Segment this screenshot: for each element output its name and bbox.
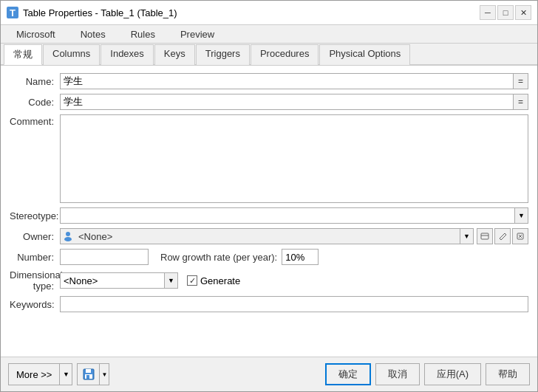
name-input[interactable] xyxy=(60,73,514,89)
owner-side-buttons xyxy=(477,228,528,244)
number-label: Number: xyxy=(10,252,60,263)
dim-label: Dimensional type: xyxy=(10,269,60,292)
code-input[interactable] xyxy=(60,94,514,110)
stereotype-select-wrap: ▼ xyxy=(60,207,528,224)
content-area: Name: = Code: = Comment: Stereotype: xyxy=(1,66,537,357)
window-icon: T xyxy=(7,7,18,18)
more-dropdown-button[interactable]: ▼ xyxy=(59,363,72,385)
top-tab-bar: Microsoft Notes Rules Preview xyxy=(1,25,537,44)
apply-button[interactable]: 应用(A) xyxy=(424,363,481,385)
tab-keys[interactable]: Keys xyxy=(154,44,195,65)
svg-rect-8 xyxy=(86,369,91,373)
tab-microsoft[interactable]: Microsoft xyxy=(4,25,68,43)
save-dropdown-button[interactable]: ▼ xyxy=(99,363,109,385)
dim-arrow-icon[interactable]: ▼ xyxy=(165,272,178,289)
owner-label: Owner: xyxy=(10,231,60,242)
number-input[interactable] xyxy=(60,249,149,265)
owner-person-icon xyxy=(61,229,75,244)
title-bar-left: T Table Properties - Table_1 (Table_1) xyxy=(7,7,177,18)
cancel-button[interactable]: 取消 xyxy=(375,363,420,385)
bottom-tab-bar: 常规 Columns Indexes Keys Triggers Procedu… xyxy=(1,44,537,66)
owner-select-wrap: <None> ▼ xyxy=(60,228,474,244)
owner-dropdown-button[interactable]: ▼ xyxy=(460,229,473,244)
keywords-label: Keywords: xyxy=(10,299,60,310)
tab-preview[interactable]: Preview xyxy=(168,25,227,43)
stereotype-row: Stereotype: ▼ xyxy=(10,207,528,224)
dim-row: Dimensional type: <None> ▼ Generate xyxy=(10,269,528,292)
dim-select[interactable]: <None> xyxy=(60,272,165,289)
number-row: Number: Row growth rate (per year): xyxy=(10,249,528,265)
tab-general[interactable]: 常规 xyxy=(4,44,42,65)
generate-check-wrap: Generate xyxy=(187,275,240,286)
save-button[interactable] xyxy=(77,363,99,385)
close-button[interactable]: ✕ xyxy=(515,5,531,20)
minimize-button[interactable]: ─ xyxy=(480,5,496,20)
main-window: T Table Properties - Table_1 (Table_1) ─… xyxy=(0,0,538,392)
tab-notes[interactable]: Notes xyxy=(68,25,118,43)
stereotype-arrow-icon[interactable]: ▼ xyxy=(515,207,528,224)
confirm-button[interactable]: 确定 xyxy=(325,363,371,385)
tab-indexes[interactable]: Indexes xyxy=(101,44,154,65)
name-row: Name: = xyxy=(10,73,528,89)
growth-input[interactable] xyxy=(282,249,319,265)
title-bar: T Table Properties - Table_1 (Table_1) ─… xyxy=(1,1,537,25)
code-label: Code: xyxy=(10,97,60,108)
name-input-wrap: = xyxy=(60,73,528,89)
owner-clear-button[interactable] xyxy=(512,228,528,244)
stereotype-select[interactable] xyxy=(60,207,515,224)
help-button[interactable]: 帮助 xyxy=(486,363,530,385)
owner-browse-button[interactable] xyxy=(477,228,493,244)
owner-edit-button[interactable] xyxy=(494,228,511,244)
title-bar-buttons: ─ □ ✕ xyxy=(480,5,531,20)
more-button[interactable]: More >> xyxy=(8,363,59,385)
generate-label: Generate xyxy=(200,275,240,286)
comment-label: Comment: xyxy=(10,114,60,127)
comment-row: Comment: xyxy=(10,114,528,203)
owner-row-inner: <None> ▼ xyxy=(60,228,528,244)
tab-rules[interactable]: Rules xyxy=(118,25,168,43)
svg-rect-2 xyxy=(481,233,488,239)
keywords-input[interactable] xyxy=(60,296,528,312)
owner-value: <None> xyxy=(75,231,460,242)
dim-select-wrap: <None> ▼ xyxy=(60,272,178,289)
name-eq-button[interactable]: = xyxy=(514,73,528,89)
code-eq-button[interactable]: = xyxy=(514,94,528,110)
window-title: Table Properties - Table_1 (Table_1) xyxy=(23,7,177,18)
comment-input[interactable] xyxy=(60,114,528,203)
tab-triggers[interactable]: Triggers xyxy=(196,44,250,65)
svg-rect-10 xyxy=(86,375,89,379)
owner-row: Owner: <None> ▼ xyxy=(10,228,528,244)
tab-physical-options[interactable]: Physical Options xyxy=(319,44,410,65)
keywords-row: Keywords: xyxy=(10,296,528,312)
code-input-wrap: = xyxy=(60,94,528,110)
stereotype-label: Stereotype: xyxy=(10,210,60,221)
save-button-group: ▼ xyxy=(77,363,109,385)
generate-checkbox[interactable] xyxy=(187,275,197,286)
tab-columns[interactable]: Columns xyxy=(43,44,100,65)
growth-label: Row growth rate (per year): xyxy=(160,252,277,263)
name-label: Name: xyxy=(10,76,60,87)
footer: More >> ▼ ▼ 确定 取消 应用(A) 帮助 xyxy=(1,357,537,391)
tab-procedures[interactable]: Procedures xyxy=(251,44,319,65)
svg-point-1 xyxy=(64,237,72,241)
maximize-button[interactable]: □ xyxy=(497,5,514,20)
svg-point-0 xyxy=(66,232,70,236)
code-row: Code: = xyxy=(10,94,528,110)
more-button-group: More >> ▼ xyxy=(8,363,72,385)
